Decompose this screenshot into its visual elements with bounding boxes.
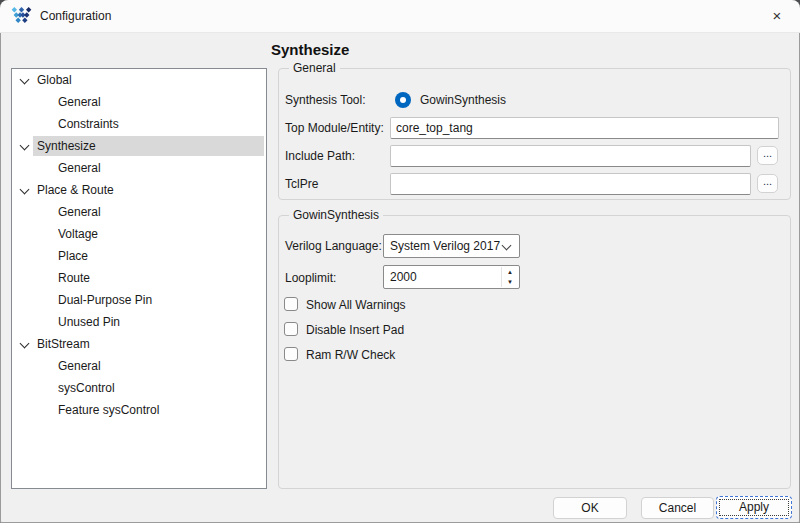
- ok-button[interactable]: OK: [553, 497, 627, 519]
- ram-rw-check-checkbox[interactable]: [284, 347, 298, 361]
- tclpre-browse-button[interactable]: ...: [757, 174, 778, 193]
- verilog-language-label: Verilog Language:: [285, 239, 382, 253]
- close-icon[interactable]: ×: [762, 2, 792, 30]
- verilog-language-value: System Verilog 2017: [390, 239, 500, 253]
- verilog-language-select[interactable]: System Verilog 2017: [383, 234, 520, 258]
- tclpre-input[interactable]: [390, 173, 751, 195]
- window-title: Configuration: [40, 9, 111, 23]
- top-module-input[interactable]: [390, 117, 779, 139]
- tree-item-global[interactable]: Global: [12, 69, 266, 91]
- chevron-down-icon: [502, 241, 512, 251]
- spin-down-icon[interactable]: ▼: [502, 277, 518, 287]
- tree-item-place-route[interactable]: Place & Route: [12, 179, 266, 201]
- disable-insert-pad-label: Disable Insert Pad: [306, 323, 404, 337]
- show-all-warnings-checkbox[interactable]: [284, 297, 298, 311]
- tree-item-global-constraints[interactable]: Constraints: [12, 113, 266, 135]
- gowinsynthesis-radio-label[interactable]: GowinSynthesis: [420, 93, 506, 107]
- tree-item-bs-feature-syscontrol[interactable]: Feature sysControl: [12, 399, 266, 421]
- chevron-down-icon[interactable]: [20, 75, 30, 85]
- tree-item-bitstream[interactable]: BitStream: [12, 333, 266, 355]
- tree-item-pr-dual-purpose-pin[interactable]: Dual-Purpose Pin: [12, 289, 266, 311]
- tree-item-synthesize[interactable]: Synthesize: [12, 135, 266, 157]
- tree-item-pr-place[interactable]: Place: [12, 245, 266, 267]
- title-bar[interactable]: Configuration ×: [0, 0, 800, 33]
- tree-item-pr-unused-pin[interactable]: Unused Pin: [12, 311, 266, 333]
- disable-insert-pad-checkbox[interactable]: [284, 322, 298, 336]
- gowinsynthesis-radio[interactable]: [395, 92, 411, 108]
- page-title: Synthesize: [271, 41, 349, 58]
- cancel-button[interactable]: Cancel: [641, 497, 714, 519]
- tree-item-pr-voltage[interactable]: Voltage: [12, 223, 266, 245]
- ram-rw-check-label: Ram R/W Check: [306, 348, 395, 362]
- tree-item-pr-route[interactable]: Route: [12, 267, 266, 289]
- include-path-input[interactable]: [390, 145, 751, 167]
- top-module-label: Top Module/Entity:: [285, 121, 384, 135]
- include-path-label: Include Path:: [285, 149, 355, 163]
- show-all-warnings-label: Show All Warnings: [306, 298, 406, 312]
- include-path-browse-button[interactable]: ...: [757, 146, 778, 165]
- chevron-down-icon[interactable]: [20, 339, 30, 349]
- looplimit-stepper[interactable]: 2000 ▲ ▼: [383, 265, 520, 289]
- apply-button[interactable]: Apply: [716, 496, 792, 519]
- tree-item-bs-general[interactable]: General: [12, 355, 266, 377]
- gowinsynthesis-group-title: GowinSynthesis: [289, 208, 383, 222]
- looplimit-label: Looplimit:: [285, 271, 336, 285]
- general-group-title: General: [289, 61, 340, 75]
- synthesis-tool-label: Synthesis Tool:: [285, 93, 366, 107]
- spinner-arrows: ▲ ▼: [501, 267, 518, 287]
- gowin-logo-icon: [11, 5, 32, 26]
- spin-up-icon[interactable]: ▲: [502, 267, 518, 277]
- configuration-dialog: Configuration × Synthesize Global Genera…: [0, 0, 800, 523]
- tclpre-label: TclPre: [285, 177, 318, 191]
- tree-item-global-general[interactable]: General: [12, 91, 266, 113]
- looplimit-value[interactable]: 2000: [390, 270, 417, 284]
- settings-tree: Global General Constraints Synthesize Ge…: [11, 68, 267, 489]
- chevron-down-icon[interactable]: [20, 141, 30, 151]
- tree-item-bs-syscontrol[interactable]: sysControl: [12, 377, 266, 399]
- tree-item-pr-general[interactable]: General: [12, 201, 266, 223]
- tree-item-synthesize-general[interactable]: General: [12, 157, 266, 179]
- chevron-down-icon[interactable]: [20, 185, 30, 195]
